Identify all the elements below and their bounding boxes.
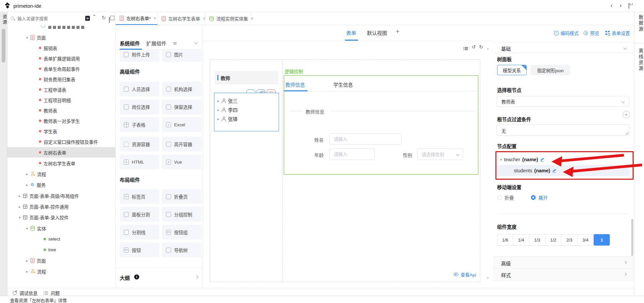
outline-expand-icon[interactable] <box>195 275 199 279</box>
datasource-panel-tab[interactable]: 数据源 <box>637 15 644 33</box>
collapse-all-icon[interactable] <box>109 17 110 23</box>
expander-icon[interactable] <box>26 35 28 40</box>
view-api-link[interactable]: 查看Api <box>453 271 476 278</box>
expander-icon[interactable] <box>26 226 28 231</box>
palette-tab-system[interactable]: 系统组件 <box>120 40 140 47</box>
tree-item-project-apply[interactable]: 工程申请表 <box>7 84 116 95</box>
tree-item-pkg-common-controls[interactable]: 页面-表单-控件通用 <box>7 201 116 212</box>
expand-radio[interactable]: 展开 <box>531 194 548 201</box>
fold-radio[interactable]: 折叠 <box>497 194 514 201</box>
tree-item-finance-cost[interactable]: 财务费用归集表 <box>7 74 116 84</box>
outline-footer[interactable]: 大纲 <box>116 268 203 288</box>
tree-item-custom-window-buttons[interactable]: 自定义窗口操作按钮及事件 <box>7 136 116 147</box>
palette-item-nav-tree[interactable]: 导航树 <box>162 243 202 257</box>
canvas-tree-node-lisi[interactable]: 李四 <box>214 105 279 114</box>
file-tab-process-entity-set[interactable]: 流程实例实体集 <box>205 12 251 25</box>
width-option-1-2[interactable]: 1/2 <box>545 234 561 246</box>
tree-item-teacher-table[interactable]: 教师表 <box>7 105 116 116</box>
expander-icon[interactable] <box>26 182 28 187</box>
search-input[interactable] <box>17 14 78 23</box>
add-filter-icon[interactable] <box>623 111 630 118</box>
tree-item-left-tree-right-student-form[interactable]: 左树右学生表单 <box>7 158 116 168</box>
palette-item-resource-container[interactable]: 资源容器 <box>120 137 159 152</box>
debug-info-tab[interactable]: 调试信息 <box>13 290 38 296</box>
tree-item-select[interactable]: select <box>7 234 116 244</box>
palette-item-button-group[interactable]: 按钮组 <box>162 225 202 240</box>
problems-tab[interactable]: 问题 <box>44 290 60 296</box>
tree-widget-selected[interactable]: 张三 李四 张锋 <box>214 93 279 131</box>
expander-icon[interactable] <box>26 171 28 176</box>
undo-icon[interactable] <box>472 44 476 50</box>
expander-icon[interactable] <box>217 116 219 121</box>
width-option-2-3[interactable]: 2/3 <box>561 234 578 246</box>
logic-control-container[interactable]: 教师信息 学生信息 教师信息 姓名 年龄 性别 请选择性别 <box>284 75 478 175</box>
age-field-input[interactable] <box>329 148 375 160</box>
palette-item-upload[interactable]: 附件上传 <box>120 50 159 62</box>
tree-item-pkg-input-controls[interactable]: 页面-表单-录入控件 <box>7 212 116 222</box>
form-settings-button[interactable]: 表单设置 <box>605 30 630 36</box>
tree-item-service[interactable]: 服务 <box>7 179 116 190</box>
canvas-tree-node-zhangsan[interactable]: 张三 <box>214 96 279 105</box>
nav-forward-icon[interactable] <box>620 2 622 9</box>
tree-json-option[interactable]: 指定树形json <box>531 65 570 75</box>
tree-widget-header[interactable]: 教师 <box>215 71 278 84</box>
tree-item-pages-2[interactable]: 页面 <box>7 255 116 266</box>
gender-select[interactable]: 请选择性别 <box>417 148 463 160</box>
form-tab-student-info[interactable]: 学生信息 <box>333 81 353 88</box>
chevron-down-icon[interactable] <box>624 46 627 50</box>
width-option-3-4[interactable]: 3/4 <box>578 234 594 246</box>
expander-icon[interactable] <box>217 107 219 112</box>
canvas-tree-node-zhangfeng[interactable]: 张锋 <box>214 114 279 123</box>
palette-item-popup-select[interactable]: 弹窗选择 <box>162 99 202 114</box>
offline-resources-panel-tab[interactable]: 离线资源 <box>637 48 644 72</box>
palette-item-image[interactable]: 图片 <box>162 50 202 62</box>
palette-item-sub-table[interactable]: 子表格 <box>120 117 159 132</box>
palette-item-button[interactable]: 按钮 <box>120 243 159 257</box>
view-tab-form[interactable]: 表单 <box>346 29 356 36</box>
resize-handle[interactable] <box>625 132 628 135</box>
form-tab-teacher-info[interactable]: 教师信息 <box>285 81 305 88</box>
tree-item-pages[interactable]: 页面 <box>7 32 116 43</box>
close-tab-icon[interactable] <box>154 15 156 21</box>
model-relation-option[interactable]: 模型关系 ✓ <box>497 65 527 75</box>
palette-collapse-icon[interactable] <box>195 41 198 44</box>
tree-item-form-lifecycle[interactable]: 表单生命周起事件 <box>7 63 116 74</box>
width-option-1-4[interactable]: 1/4 <box>513 234 529 246</box>
palette-item-tab-page[interactable]: 标签页 <box>120 189 159 204</box>
palette-item-code-container[interactable]: 高开容器 <box>162 137 202 152</box>
palette-item-panel-split[interactable]: 面板分割 <box>120 207 159 222</box>
add-view-button[interactable]: + <box>396 28 399 35</box>
expander-icon[interactable] <box>19 193 21 198</box>
tree-item-teacher-one-to-many[interactable]: 教师表一对多学生 <box>7 116 116 126</box>
width-option-1-6[interactable]: 1/6 <box>497 234 513 246</box>
preview-button[interactable]: 预览 <box>584 30 599 36</box>
advanced-section-header[interactable]: 高级 <box>493 256 634 268</box>
left-strip-scrollbar-thumb[interactable] <box>2 29 5 62</box>
tree-item-process[interactable]: 流程 <box>7 169 116 179</box>
redo-icon[interactable] <box>479 44 483 50</box>
root-node-select[interactable]: 教师表 <box>496 96 629 107</box>
nav-back-icon[interactable] <box>610 2 612 9</box>
inspector-scrollbar-thumb[interactable] <box>631 219 633 256</box>
basic-section-header[interactable]: 基础 <box>493 42 634 53</box>
palette-layout-icon[interactable] <box>173 42 176 43</box>
code-mode-button[interactable]: 编码模式 <box>554 30 579 36</box>
chevron-right-icon[interactable] <box>624 273 627 276</box>
close-tab-icon[interactable] <box>251 16 254 21</box>
width-option-1-selected[interactable]: 1 <box>594 234 610 246</box>
palette-item-vue[interactable]: Vue <box>162 155 202 169</box>
view-tab-default[interactable]: 默认视图 <box>367 29 387 36</box>
tree-item-form-ext-logic[interactable]: 表单扩展逻辑调用 <box>7 53 116 63</box>
palette-item-org-select[interactable]: 机构选择 <box>162 82 202 96</box>
palette-item-divider-line[interactable]: 分割线 <box>120 225 159 240</box>
file-tab-left-tree-right-student-form[interactable]: 左树右学生表单 <box>158 12 205 25</box>
root-filter-textarea[interactable]: 无 <box>496 124 629 136</box>
canvas-scroll-up-icon[interactable] <box>487 45 489 50</box>
import-icon[interactable] <box>85 16 90 21</box>
file-tab-left-tree-right-form[interactable]: 左树右表单* <box>116 12 158 25</box>
save-icon[interactable] <box>629 3 629 9</box>
name-field-input[interactable] <box>329 133 401 145</box>
tree-item-pkg-advanced-layout[interactable]: 页面-表单-高级/布局组件 <box>7 190 116 201</box>
canvas-scroll-down-icon[interactable] <box>487 275 489 280</box>
palette-item-html[interactable]: HTML <box>120 155 159 169</box>
